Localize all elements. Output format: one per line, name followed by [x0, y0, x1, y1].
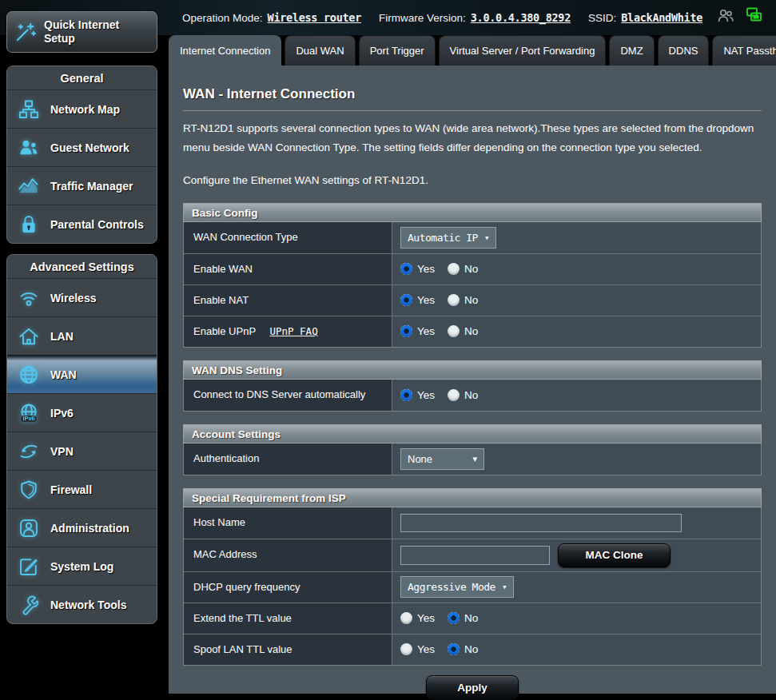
dns-auto-row: Connect to DNS Server automatically Yes …	[184, 380, 761, 411]
dhcp-frequency-select[interactable]: Aggressive Mode▾	[400, 576, 514, 598]
account-settings-header: Account Settings	[183, 424, 762, 443]
wan-dns-header: WAN DNS Setting	[183, 360, 762, 380]
wrench-icon	[17, 593, 41, 617]
enable-nat-row: Enable NAT Yes No	[184, 284, 761, 316]
operation-mode-label: Operation Mode:	[182, 12, 263, 24]
isp-requirement-header: Special Requirement from ISP	[183, 488, 762, 507]
tab-nat-passthrough[interactable]: NAT Passthrough	[712, 35, 776, 66]
main-content: Internet Connection Dual WAN Port Trigge…	[169, 35, 776, 694]
firmware-version-label: Firmware Version:	[379, 12, 466, 24]
mac-address-row: MAC Address MAC Clone	[184, 539, 761, 571]
account-settings-section: Account Settings Authentication None▾	[183, 424, 762, 475]
tab-bar: Internet Connection Dual WAN Port Trigge…	[169, 35, 776, 66]
enable-nat-no-radio[interactable]	[448, 294, 460, 306]
shield-icon	[17, 478, 41, 502]
title-divider	[183, 110, 762, 111]
sidebar-item-wireless[interactable]: Wireless	[7, 278, 157, 316]
spoof-ttl-yes-radio[interactable]	[400, 643, 412, 655]
quick-internet-setup-button[interactable]: Quick Internet Setup	[6, 11, 157, 53]
enable-nat-yes-radio[interactable]	[400, 294, 412, 306]
sidebar-item-network-map[interactable]: Network Map	[7, 89, 157, 128]
wan-connection-type-select[interactable]: Automatic IP▾	[400, 227, 496, 249]
sidebar-item-firewall[interactable]: Firewall	[7, 470, 157, 508]
quick-internet-setup-label: Quick Internet Setup	[44, 18, 150, 46]
enable-wan-no-radio[interactable]	[448, 263, 460, 275]
enable-wan-yes-radio[interactable]	[400, 263, 412, 275]
ssid-label: SSID:	[588, 12, 616, 24]
padlock-icon	[17, 213, 41, 237]
enable-wan-row: Enable WAN Yes No	[184, 253, 761, 284]
sidebar-item-wan[interactable]: WAN	[7, 355, 157, 393]
sidebar-item-parental-controls[interactable]: Parental Controls	[7, 205, 157, 243]
log-pencil-icon	[17, 555, 41, 579]
general-section-title: General	[7, 66, 157, 89]
advanced-settings-section-title: Advanced Settings	[7, 255, 157, 278]
admin-person-icon	[17, 516, 41, 540]
wifi-icon	[17, 286, 41, 310]
enable-upnp-row: Enable UPnP UPnP FAQ Yes No	[184, 316, 761, 347]
isp-requirement-section: Special Requirement from ISP Host Name M…	[183, 488, 762, 666]
ipv6-globe-icon: IPv6	[17, 401, 41, 425]
tab-virtual-server[interactable]: Virtual Server / Port Forwarding	[439, 35, 607, 66]
chevron-down-icon: ▾	[502, 582, 507, 592]
globe-icon	[17, 363, 41, 387]
enable-upnp-yes-radio[interactable]	[400, 325, 412, 337]
general-menu-panel: General Network Map	[6, 66, 157, 244]
authentication-select[interactable]: None▾	[400, 448, 484, 470]
tab-internet-connection[interactable]: Internet Connection	[169, 35, 281, 66]
vpn-arrows-icon	[17, 439, 41, 463]
enable-upnp-no-radio[interactable]	[448, 325, 460, 337]
tab-port-trigger[interactable]: Port Trigger	[359, 35, 436, 66]
firmware-version-link[interactable]: 3.0.0.4.380_8292	[471, 11, 571, 24]
tab-ddns[interactable]: DDNS	[658, 35, 710, 66]
tab-dual-wan[interactable]: Dual WAN	[285, 35, 355, 66]
page-title: WAN - Internet Connection	[183, 86, 762, 102]
sidebar-item-network-tools[interactable]: Network Tools	[7, 585, 157, 623]
upnp-faq-link[interactable]: UPnP FAQ	[269, 325, 317, 337]
traffic-manager-icon	[17, 174, 41, 198]
extend-ttl-no-radio[interactable]	[448, 612, 460, 624]
apply-button[interactable]: Apply	[426, 675, 519, 700]
home-icon	[17, 324, 41, 348]
basic-config-section: Basic Config WAN Connection Type Automat…	[183, 203, 762, 348]
wan-dns-section: WAN DNS Setting Connect to DNS Server au…	[183, 360, 762, 412]
chevron-down-icon: ▾	[484, 233, 489, 243]
extend-ttl-yes-radio[interactable]	[400, 612, 412, 624]
magic-wand-icon	[14, 20, 38, 44]
authentication-row: Authentication None▾	[184, 443, 761, 475]
configure-paragraph: Configure the Ethernet WAN settings of R…	[183, 171, 762, 190]
ssid-link[interactable]: BlackAndWhite	[621, 11, 702, 24]
dns-auto-no-radio[interactable]	[448, 389, 460, 401]
dhcp-frequency-row: DHCP query frequency Aggressive Mode▾	[184, 571, 761, 603]
host-name-input[interactable]	[400, 514, 682, 532]
host-name-row: Host Name	[184, 507, 761, 539]
operation-mode-link[interactable]: Wireless router	[268, 11, 361, 24]
spoof-ttl-row: Spoof LAN TTL value Yes No	[184, 634, 761, 665]
guest-network-icon	[17, 136, 41, 160]
sidebar-item-ipv6[interactable]: IPv6 IPv6	[7, 393, 157, 432]
sidebar-item-vpn[interactable]: VPN	[7, 432, 157, 470]
wan-connection-type-row: WAN Connection Type Automatic IP▾	[184, 222, 761, 253]
sidebar-item-system-log[interactable]: System Log	[7, 547, 157, 585]
network-map-icon	[17, 97, 41, 121]
mac-address-input[interactable]	[400, 546, 550, 565]
tab-dmz[interactable]: DMZ	[609, 35, 654, 66]
mac-clone-button[interactable]: MAC Clone	[558, 543, 671, 567]
sidebar-item-administration[interactable]: Administration	[7, 508, 157, 547]
basic-config-header: Basic Config	[183, 203, 762, 222]
wan-settings-panel: WAN - Internet Connection RT-N12D1 suppo…	[169, 66, 776, 694]
svg-text:IPv6: IPv6	[23, 415, 35, 422]
chevron-down-icon: ▾	[472, 454, 477, 464]
advanced-settings-menu-panel: Advanced Settings Wireless	[6, 254, 157, 624]
network-devices-icon[interactable]	[744, 6, 765, 26]
intro-paragraph: RT-N12D1 supports several connection typ…	[183, 119, 762, 157]
sidebar-item-traffic-manager[interactable]: Traffic Manager	[7, 166, 157, 205]
sidebar-item-guest-network[interactable]: Guest Network	[7, 128, 157, 166]
sidebar-item-lan[interactable]: LAN	[7, 316, 157, 355]
dns-auto-yes-radio[interactable]	[400, 389, 412, 401]
spoof-ttl-no-radio[interactable]	[448, 643, 460, 655]
clients-icon[interactable]	[715, 6, 736, 26]
extend-ttl-row: Extend the TTL value Yes No	[184, 603, 761, 634]
